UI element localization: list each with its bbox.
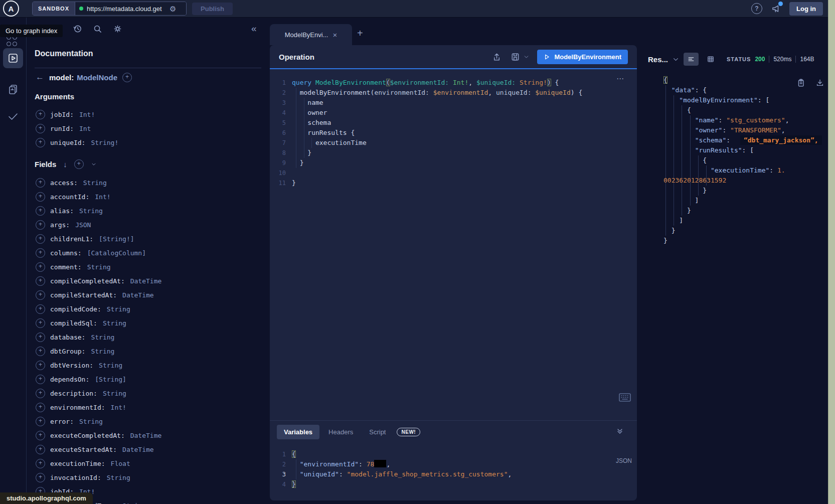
docs-type-name[interactable]: ModelNode [77,73,117,82]
field-row[interactable]: +dbtGroup: String [36,344,161,358]
history-icon[interactable] [73,24,82,34]
add-type-icon[interactable]: + [122,73,132,82]
field-row[interactable]: +compiledSql: String [36,316,161,330]
add-field-icon[interactable]: + [36,290,45,300]
response-table-view-button[interactable] [703,53,718,66]
field-type[interactable]: DateTime [122,446,154,453]
back-arrow-icon[interactable]: ← [36,72,44,82]
field-row[interactable]: +uniqueId: String! [36,135,118,149]
field-row[interactable]: +jobId: Int! [36,107,118,121]
add-field-icon[interactable]: + [36,276,45,286]
add-field-icon[interactable]: + [36,248,45,258]
save-icon[interactable] [511,52,520,62]
field-type[interactable]: DateTime [130,277,162,285]
field-type[interactable]: String [79,418,103,425]
field-type[interactable]: Int! [111,404,126,411]
add-field-icon[interactable]: + [36,389,45,398]
field-row[interactable]: +compileCompletedAt: DateTime [36,274,161,288]
settings-gear-icon[interactable] [113,24,122,34]
new-tab-icon[interactable]: + [357,28,363,39]
field-row[interactable]: +dbtVersion: String [36,358,161,372]
field-row[interactable]: +compiledCode: String [36,302,161,316]
collapse-sidebar-icon[interactable]: « [251,23,257,34]
sort-fields-icon[interactable]: ↓ [63,160,67,169]
field-row[interactable]: +database: String [36,330,161,344]
field-row[interactable]: +alias: String [36,204,161,218]
field-row[interactable]: +comment: String [36,260,161,274]
add-field-icon[interactable]: + [36,178,45,188]
rail-item-explorer[interactable] [3,48,23,68]
field-type[interactable]: [CatalogColumn] [87,249,146,257]
field-row[interactable]: +compileStartedAt: DateTime [36,288,161,302]
field-type[interactable]: String [99,362,122,369]
tab-headers[interactable]: Headers [321,425,360,439]
field-row[interactable]: +error: String [36,414,161,428]
field-type[interactable]: DateTime [130,432,162,439]
add-field-icon[interactable]: + [36,262,45,272]
download-icon[interactable] [815,78,824,87]
publish-button[interactable]: Publish [192,3,233,15]
field-type[interactable]: String [87,263,111,271]
endpoint-url-text[interactable]: https://metadata.cloud.get [87,5,166,13]
field-row[interactable]: +executeStartedAt: DateTime [36,442,161,456]
operation-editor[interactable]: query ModelByEnvironment($environmentId:… [292,78,633,188]
fields-options-chevron-icon[interactable] [91,161,97,167]
field-type[interactable]: DateTime [122,291,154,299]
help-icon[interactable]: ? [751,3,762,14]
add-all-fields-icon[interactable]: + [74,159,84,169]
field-type[interactable]: String [79,207,103,215]
save-options-chevron-icon[interactable] [524,54,529,60]
share-icon[interactable] [492,52,502,62]
add-field-icon[interactable]: + [36,375,45,384]
close-tab-icon[interactable]: × [332,31,337,39]
add-field-icon[interactable]: + [36,206,45,216]
operation-more-options-icon[interactable]: ⋯ [616,74,625,83]
field-row[interactable]: +description: String [36,386,161,400]
login-button[interactable]: Log in [789,2,823,16]
field-row[interactable]: +executeCompletedAt: DateTime [36,428,161,442]
field-type[interactable]: Float [111,460,130,467]
response-dropdown-chevron-icon[interactable] [673,56,679,63]
field-type[interactable]: [String!] [99,235,134,243]
variables-editor[interactable]: { "environmentId": 78, "uniqueId": "mode… [292,449,633,489]
field-type[interactable]: String [91,348,114,355]
field-row[interactable]: +accountId: Int! [36,190,161,204]
add-field-icon[interactable]: + [36,220,45,230]
add-field-icon[interactable]: + [36,403,45,412]
field-row[interactable]: +runId: Int [36,121,118,135]
field-type[interactable]: String [107,474,130,481]
response-title[interactable]: Res... [648,55,668,64]
rail-item-checks[interactable] [3,106,23,126]
field-type[interactable]: Int [79,125,91,132]
tab-variables[interactable]: Variables [277,425,319,439]
field-row[interactable]: +executionTime: Float [36,456,161,470]
endpoint-url-field[interactable]: https://metadata.cloud.get ⚙ [75,2,186,15]
add-field-icon[interactable]: + [36,459,45,468]
field-type[interactable]: String [83,179,107,187]
add-field-icon[interactable]: + [36,332,45,342]
field-row[interactable]: +columns: [CatalogColumn] [36,246,161,260]
field-type[interactable]: [String] [95,376,126,383]
response-body[interactable]: { "data": { "modelByEnvironment": [ { "n… [648,74,828,504]
tab-script[interactable]: Script [362,425,393,439]
apollo-logo[interactable]: A [3,1,19,17]
add-field-icon[interactable]: + [36,417,45,426]
collapse-bottom-panel-icon[interactable] [616,427,624,435]
add-field-icon[interactable]: + [36,347,45,356]
add-field-icon[interactable]: + [36,431,45,440]
add-field-icon[interactable]: + [36,138,45,147]
endpoint-settings-gear-icon[interactable]: ⚙ [170,5,176,13]
keyboard-shortcuts-icon[interactable] [619,393,631,402]
run-operation-button[interactable]: ModelByEnvironment [537,50,628,64]
field-type[interactable]: String [122,502,146,504]
rail-item-schema-diff[interactable] [3,79,23,99]
add-field-icon[interactable]: + [36,473,45,482]
search-icon[interactable] [93,24,102,34]
copy-clipboard-icon[interactable] [796,78,805,87]
field-row[interactable]: +args: JSON [36,218,161,232]
field-row[interactable]: +dependsOn: [String] [36,372,161,386]
field-type[interactable]: String! [91,139,118,146]
field-row[interactable]: +access: String [36,176,161,190]
field-row[interactable]: +childrenL1: [String!] [36,232,161,246]
response-pretty-view-button[interactable] [684,53,699,66]
